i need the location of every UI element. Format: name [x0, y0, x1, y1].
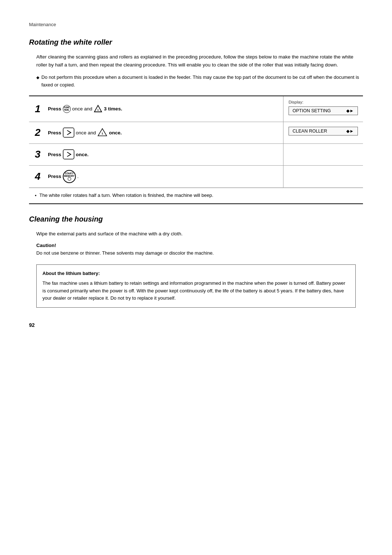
step-2-text: Press once and 1	[48, 127, 122, 138]
rotation-note-text: The white roller rotates half a turn. Wh…	[40, 192, 213, 199]
step3-right-arrow-icon	[63, 149, 74, 159]
info-box-title: About the lithium battery:	[42, 270, 350, 278]
right-arrow-button-icon	[63, 127, 74, 138]
warning-text: Do not perform this procedure when a doc…	[41, 74, 363, 89]
cleaning-intro: Wipe the external parts and surface of t…	[36, 230, 363, 238]
display-clean-roller: CLEAN ROLLER ◆►	[289, 127, 358, 135]
step-1-left: 1 Press FUNCTION once and 1 3 times.	[29, 96, 283, 122]
step-1-times: 3 times.	[104, 106, 122, 112]
function-button-icon: FUNCTION	[63, 105, 71, 113]
step-number-2: 2	[35, 127, 45, 138]
caution-text: Do not use benzene or thinner. These sol…	[36, 250, 363, 257]
step-2-left: 2 Press once and 1	[29, 122, 283, 143]
diamond-icon: ◆	[36, 74, 39, 89]
step-1-text: Press FUNCTION once and 1 3 times.	[48, 105, 122, 113]
section-title-rotating: Rotating the white roller	[29, 38, 363, 46]
lithium-battery-box: About the lithium battery: The fax machi…	[36, 264, 356, 308]
steps-table: 1 Press FUNCTION once and 1 3 times.	[29, 96, 363, 204]
left-num-icon: 1	[97, 128, 107, 137]
section-title-cleaning: Cleaning the housing	[29, 215, 363, 223]
display-label: Display:	[289, 100, 358, 104]
step-number-1: 1	[35, 104, 45, 114]
step-4-left: 4 Press START/ MEMORY ◯ .	[29, 166, 283, 187]
intro-text: After cleaning the scanning glass and ro…	[36, 53, 363, 69]
up-arrow-icon: 1	[94, 105, 102, 113]
step-number-3: 3	[35, 149, 45, 159]
bullet-icon: •	[35, 192, 37, 200]
step-4-period: .	[77, 174, 79, 179]
start-memory-icon: START/ MEMORY ◯	[63, 170, 76, 183]
step-4-text: Press START/ MEMORY ◯ .	[48, 170, 79, 183]
step-2-once-and: once and	[76, 130, 96, 135]
step-2-press: Press	[48, 130, 61, 135]
caution-label: Caution!	[36, 243, 363, 248]
page-number: 92	[29, 322, 363, 328]
svg-rect-2	[63, 128, 74, 137]
section-cleaning: Cleaning the housing Wipe the external p…	[29, 215, 363, 308]
step-3-right	[283, 144, 363, 165]
step-row-4: 4 Press START/ MEMORY ◯ .	[29, 166, 363, 188]
step-number-4: 4	[35, 171, 45, 182]
display-option-setting: OPTION SETTING ◆►	[289, 106, 358, 115]
svg-rect-5	[63, 150, 74, 159]
step-1-right: Display: OPTION SETTING ◆►	[283, 96, 363, 122]
step-2-once: once.	[109, 130, 122, 135]
step-3-left: 3 Press once.	[29, 144, 283, 165]
page-label: Maintenance	[29, 22, 363, 27]
step-1-once-and: once and	[72, 106, 93, 112]
step-3-text: Press once.	[48, 149, 89, 159]
warning-note: ◆ Do not perform this procedure when a d…	[36, 74, 363, 89]
step-4-right	[283, 166, 363, 187]
info-box-text: The fax machine uses a lithium battery t…	[42, 280, 350, 302]
step-2-right: CLEAN ROLLER ◆►	[283, 122, 363, 143]
section-rotating: Rotating the white roller After cleaning…	[29, 38, 363, 204]
step-row-1: 1 Press FUNCTION once and 1 3 times.	[29, 96, 363, 122]
step-1-press: Press	[48, 106, 61, 112]
step-3-press: Press	[48, 152, 61, 157]
step-row-2: 2 Press once and 1	[29, 122, 363, 144]
rotation-note: • The white roller rotates half a turn. …	[29, 188, 363, 203]
step-row-3: 3 Press once.	[29, 144, 363, 166]
step-4-press: Press	[48, 174, 61, 179]
svg-text:1: 1	[102, 132, 103, 135]
step-3-once: once.	[76, 152, 89, 157]
svg-text:1: 1	[97, 109, 99, 111]
